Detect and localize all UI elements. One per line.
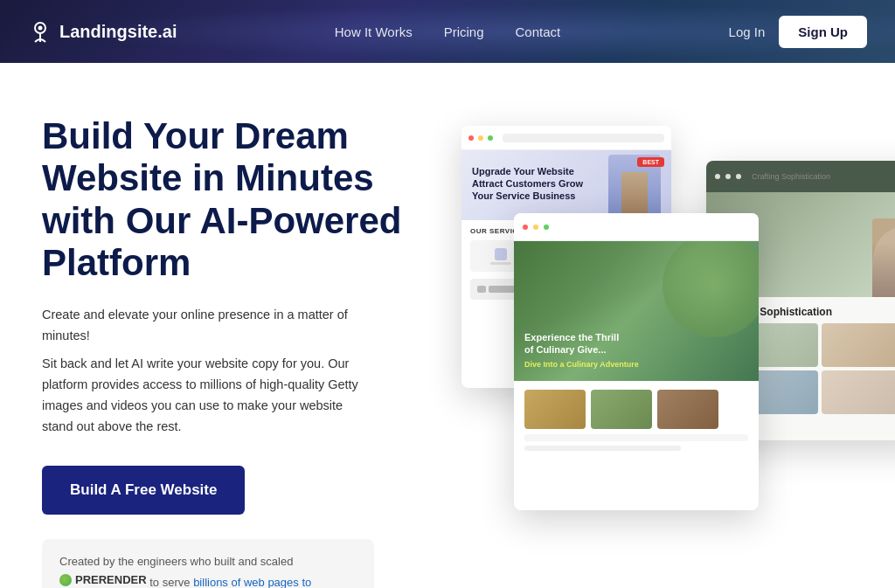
food-accent-text: Dive Into a Culinary Adventure [524, 359, 639, 370]
mockup-container: Crafting Sophistication Crafting Sophist… [444, 108, 895, 563]
build-website-button[interactable]: Build A Free Website [42, 466, 245, 515]
prerender-badge: PRERENDER [59, 571, 147, 588]
nav-links: How It Works Pricing Contact [238, 24, 657, 39]
logo-icon [28, 19, 52, 44]
hero-title: Build Your Dream Website in Minutes with… [42, 115, 409, 284]
interior-person [872, 218, 895, 297]
hero-description-1: Create and elevate your online presence … [42, 305, 374, 347]
interior-header-text: Crafting Sophistication [752, 172, 830, 181]
food-thumb-3 [657, 390, 718, 429]
food-thumb-1 [524, 390, 586, 429]
dot-1 [715, 174, 720, 179]
nav-how-it-works[interactable]: How It Works [335, 24, 413, 39]
service-icon-dot-1 [495, 248, 507, 260]
nav-contact[interactable]: Contact [516, 24, 561, 39]
prerender-dot-icon [59, 574, 72, 586]
hero-section: Build Your Dream Website in Minutes with… [0, 63, 895, 588]
navbar: Landingsite.ai How It Works Pricing Cont… [0, 0, 895, 63]
logo-text: Landingsite.ai [59, 22, 177, 42]
svg-point-1 [38, 26, 43, 31]
nav-pricing[interactable]: Pricing [444, 24, 484, 39]
signup-button[interactable]: Sign Up [779, 16, 867, 48]
dot-3 [736, 174, 741, 179]
service-dot-2 [478, 135, 483, 141]
food-main-text: Experience the Thrill of Culinary Give..… [524, 331, 629, 356]
footer-note-text: Created by the engineers who built and s… [59, 555, 293, 568]
prerender-label: PRERENDER [75, 571, 147, 588]
service-dot-1 [468, 135, 474, 141]
service-badge: BEST [637, 157, 664, 167]
nav-actions: Log In Sign Up [657, 16, 867, 48]
food-text-overlay: Experience the Thrill of Culinary Give..… [524, 331, 639, 370]
hero-description-2: Sit back and let AI write your website c… [42, 354, 374, 438]
hero-left: Build Your Dream Website in Minutes with… [42, 108, 409, 588]
service-dot-3 [488, 135, 493, 141]
food-hero-image: Experience the Thrill of Culinary Give..… [514, 241, 759, 381]
login-button[interactable]: Log In [729, 24, 766, 39]
service-header [461, 126, 671, 150]
food-line-1 [524, 434, 748, 441]
service-banner-text: Upgrade Your Website Attract Customers G… [472, 165, 600, 206]
service-banner: Upgrade Your Website Attract Customers G… [461, 150, 671, 220]
service-banner-title: Upgrade Your Website Attract Customers G… [472, 165, 600, 203]
footer-suffix: to serve [149, 576, 190, 588]
food-thumb-row-1 [524, 390, 748, 429]
footer-note: Created by the engineers who built and s… [42, 539, 374, 588]
logo-bar-2 [489, 286, 515, 293]
food-dot-3 [544, 225, 549, 230]
footer-link[interactable]: billions of web pages to [193, 576, 311, 588]
mockup-food: Experience the Thrill of Culinary Give..… [514, 213, 759, 510]
logo[interactable]: Landingsite.ai [28, 19, 238, 44]
food-thumb-2 [591, 390, 652, 429]
interior-header: Crafting Sophistication [706, 161, 895, 192]
food-line-2 [524, 446, 681, 451]
food-dot-2 [533, 225, 538, 230]
service-url-bar [503, 134, 664, 142]
dot-2 [725, 174, 731, 179]
food-header [514, 213, 759, 241]
interior-thumb-4 [822, 370, 895, 414]
food-dot-1 [523, 225, 528, 230]
interior-thumb-2 [822, 323, 895, 367]
hero-right: Crafting Sophistication Crafting Sophist… [409, 108, 853, 588]
logo-bar-1 [477, 286, 486, 293]
food-body [514, 381, 759, 460]
service-icon-line-1 [490, 262, 511, 265]
